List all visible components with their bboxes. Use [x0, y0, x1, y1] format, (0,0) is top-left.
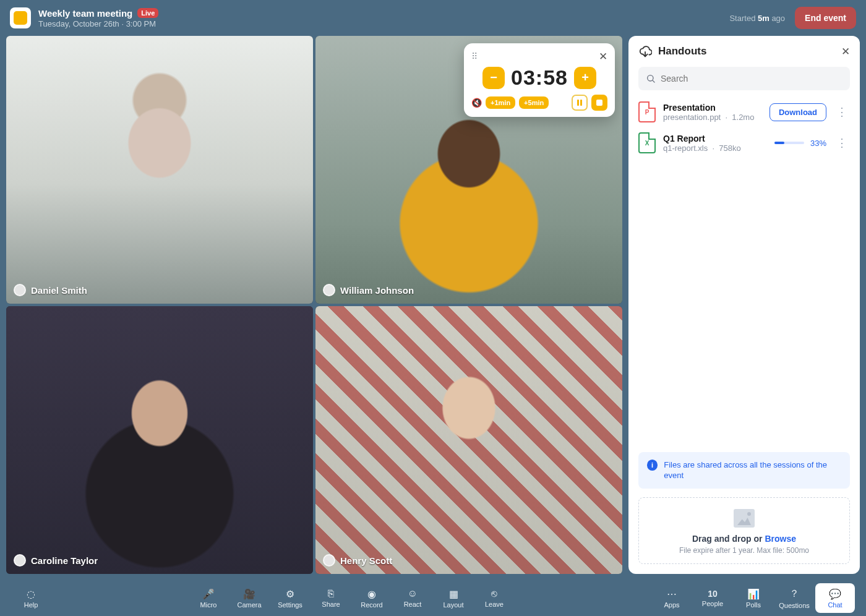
share-icon: ⎘	[328, 588, 334, 599]
file-meta: presentation.ppt · 1.2mo	[663, 113, 762, 122]
apps-button[interactable]: ⋯Apps	[652, 583, 692, 613]
chat-icon: 💬	[829, 588, 841, 600]
file-row: X Q1 Report q1-report.xls · 758ko 33% ⋮	[638, 132, 850, 153]
participant-tile[interactable]: William Johnson ⠿ ✕ − 03:58 + 🔇 +1min +5…	[315, 36, 622, 304]
bottom-bar: ◌ Help 🎤Micro 🎥Camera ⚙Settings ⎘Share ◉…	[0, 580, 866, 616]
sound-off-icon[interactable]: 🔇	[471, 98, 482, 108]
browse-link[interactable]: Browse	[765, 534, 796, 544]
timer-pause-button[interactable]	[572, 95, 588, 111]
search-input[interactable]	[661, 74, 842, 83]
progress-percent: 33%	[810, 139, 826, 148]
timer-minus-button[interactable]: −	[482, 67, 505, 89]
info-icon: i	[647, 460, 658, 471]
timer-plus-button[interactable]: +	[574, 67, 596, 89]
panel-title: Handouts	[658, 45, 835, 58]
help-icon: ◌	[27, 588, 35, 600]
drop-title: Drag and drop or Browse	[645, 534, 843, 544]
participant-video	[6, 36, 313, 304]
micro-button[interactable]: 🎤Micro	[189, 583, 228, 613]
record-button[interactable]: ◉Record	[352, 583, 392, 613]
event-subtitle: Tuesday, October 26th · 3:00 PM	[38, 19, 158, 28]
timer-stop-button[interactable]	[591, 95, 607, 111]
upload-progress: 33%	[774, 139, 826, 148]
avatar	[14, 554, 26, 567]
video-grid: Daniel Smith William Johnson ⠿ ✕ − 03:58…	[6, 36, 622, 574]
leave-icon: ⎋	[491, 588, 497, 599]
participant-name: Henry Scott	[340, 555, 392, 566]
app-logo	[10, 7, 31, 28]
more-icon[interactable]: ⋮	[834, 105, 850, 119]
info-text: Files are shared across all the sessions…	[664, 460, 841, 481]
react-button[interactable]: ☺React	[393, 583, 432, 613]
file-xls-icon: X	[638, 132, 656, 153]
mic-icon: 🎤	[202, 588, 215, 600]
end-event-button[interactable]: End event	[795, 7, 856, 29]
questions-button[interactable]: ？Questions	[774, 583, 814, 613]
file-ppt-icon: P	[638, 101, 656, 122]
layout-icon: ▦	[449, 588, 458, 600]
avatar	[323, 284, 335, 296]
timer-widget[interactable]: ⠿ ✕ − 03:58 + 🔇 +1min +5min	[464, 43, 615, 117]
participant-video	[6, 306, 313, 574]
chat-button[interactable]: 💬Chat	[815, 583, 855, 613]
gear-icon: ⚙	[286, 588, 294, 600]
timer-plus-5min-button[interactable]: +5min	[519, 96, 549, 109]
participant-name: William Johnson	[340, 285, 414, 296]
share-button[interactable]: ⎘Share	[311, 583, 351, 613]
started-label: Started 5m ago	[729, 14, 785, 23]
download-button[interactable]: Download	[770, 103, 826, 121]
help-button[interactable]: ◌ Help	[11, 583, 51, 613]
file-row: P Presentation presentation.ppt · 1.2mo …	[638, 101, 850, 122]
file-name: Q1 Report	[663, 134, 767, 143]
svg-point-0	[648, 75, 653, 81]
file-name: Presentation	[663, 103, 762, 113]
image-placeholder-icon	[734, 509, 755, 528]
participant-tile[interactable]: Daniel Smith	[6, 36, 313, 304]
close-icon[interactable]: ✕	[599, 50, 607, 63]
leave-button[interactable]: ⎋Leave	[474, 583, 514, 613]
people-count: 10	[708, 589, 718, 599]
header: Weekly team meeting Live Tuesday, Octobe…	[0, 0, 866, 36]
timer-value: 03:58	[511, 66, 568, 90]
layout-button[interactable]: ▦Layout	[434, 583, 473, 613]
drop-zone[interactable]: Drag and drop or Browse File expire afte…	[638, 497, 850, 564]
drop-subtitle: File expire after 1 year. Max file: 500m…	[645, 546, 843, 555]
handouts-panel: Handouts ✕ P Presentation presentation.p…	[628, 36, 860, 574]
participant-tile[interactable]: Caroline Taylor	[6, 306, 313, 574]
search-icon	[646, 74, 656, 83]
polls-button[interactable]: 📊Polls	[734, 583, 773, 613]
avatar	[323, 554, 335, 567]
info-banner: i Files are shared across all the sessio…	[638, 452, 850, 489]
participant-name: Caroline Taylor	[31, 555, 98, 566]
file-meta: q1-report.xls · 758ko	[663, 143, 767, 153]
people-button[interactable]: 10People	[693, 583, 732, 613]
camera-button[interactable]: 🎥Camera	[229, 583, 269, 613]
camera-icon: 🎥	[243, 588, 255, 600]
participant-name: Daniel Smith	[31, 285, 87, 296]
settings-button[interactable]: ⚙Settings	[270, 583, 310, 613]
search-box[interactable]	[638, 67, 850, 90]
participant-tile[interactable]: Henry Scott	[315, 306, 622, 574]
download-cloud-icon	[638, 45, 652, 58]
event-title: Weekly team meeting	[38, 8, 132, 19]
polls-icon: 📊	[747, 588, 760, 600]
participant-video	[315, 306, 622, 574]
question-icon: ？	[789, 588, 799, 601]
smile-icon: ☺	[408, 588, 418, 599]
avatar	[14, 284, 26, 296]
apps-icon: ⋯	[667, 588, 677, 600]
more-icon[interactable]: ⋮	[834, 136, 850, 150]
timer-plus-1min-button[interactable]: +1min	[486, 96, 515, 109]
close-icon[interactable]: ✕	[841, 45, 850, 58]
record-icon: ◉	[367, 588, 376, 600]
drag-handle-icon[interactable]: ⠿	[471, 51, 479, 61]
live-badge: Live	[137, 8, 158, 18]
